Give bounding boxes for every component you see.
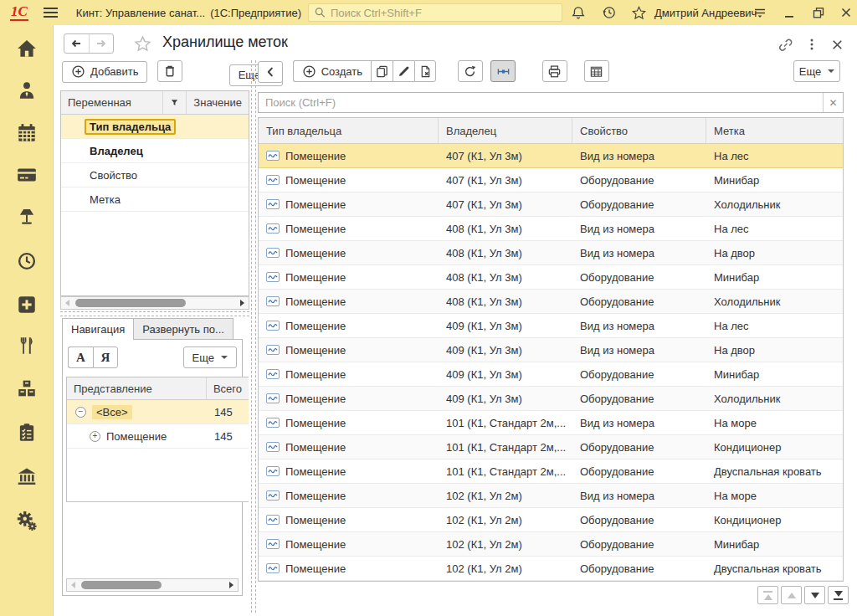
- table-row[interactable]: Помещение102 (К1, Ул 2м)Вид из номераНа …: [259, 484, 843, 508]
- cell-owner-type[interactable]: Помещение: [259, 338, 439, 362]
- notifications-button[interactable]: [566, 0, 591, 25]
- collapse-node-icon[interactable]: −: [75, 407, 86, 418]
- cell-owner[interactable]: 408 (К1, Ул 3м): [439, 265, 572, 289]
- sidebar-warehouse-button[interactable]: [15, 377, 38, 400]
- table-row[interactable]: Помещение101 (К1, Стандарт 2м,...Вид из …: [259, 411, 843, 435]
- table-row[interactable]: Помещение408 (К1, Ул 3м)Вид из номераНа …: [259, 241, 843, 265]
- sidebar-payments-button[interactable]: [15, 163, 38, 187]
- minimize-button[interactable]: [777, 0, 802, 25]
- records-more-button[interactable]: Еще: [793, 60, 840, 82]
- cell-owner[interactable]: 101 (К1, Стандарт 2м,...: [439, 459, 572, 483]
- filter-column-header[interactable]: [163, 91, 187, 114]
- close-form-button[interactable]: [827, 35, 847, 54]
- page-up-button[interactable]: [781, 586, 802, 604]
- cell-tag[interactable]: На лес: [706, 217, 843, 240]
- cell-owner[interactable]: 101 (К1, Стандарт 2м,...: [439, 435, 572, 459]
- table-row[interactable]: Помещение409 (К1, Ул 3м)Вид из номераНа …: [259, 338, 843, 362]
- cell-owner[interactable]: 407 (К1, Ул 3м): [439, 168, 572, 192]
- cell-owner[interactable]: 409 (К1, Ул 3м): [439, 314, 572, 337]
- table-row[interactable]: Помещение102 (К1, Ул 2м)ОборудованиеДвус…: [259, 557, 843, 581]
- cell-tag[interactable]: Минибар: [706, 362, 843, 386]
- sidebar-calendar-button[interactable]: [15, 121, 38, 145]
- cell-property[interactable]: Вид из номера: [572, 217, 706, 240]
- cell-owner[interactable]: 102 (К1, Ул 2м): [439, 557, 572, 580]
- cell-owner-type[interactable]: Помещение: [259, 459, 439, 483]
- table-row[interactable]: Помещение407 (К1, Ул 3м)Вид из номераНа …: [259, 144, 843, 168]
- navigation-tree-row[interactable]: +Помещение145: [67, 424, 249, 449]
- table-row[interactable]: Помещение409 (К1, Ул 3м)ОборудованиеМини…: [259, 362, 843, 387]
- cell-property[interactable]: Вид из номера: [572, 314, 706, 337]
- cell-owner-type[interactable]: Помещение: [259, 192, 439, 216]
- cell-property[interactable]: Вид из номера: [572, 338, 706, 362]
- sidebar-schedule-button[interactable]: [15, 249, 38, 273]
- create-button[interactable]: Создать: [293, 60, 371, 82]
- global-search-input[interactable]: [308, 3, 562, 22]
- cell-property[interactable]: Оборудование: [572, 192, 706, 216]
- cell-owner-type[interactable]: Помещение: [259, 265, 439, 289]
- navigation-more-button[interactable]: Еще: [183, 346, 237, 368]
- cell-owner-type[interactable]: Помещение: [259, 411, 439, 434]
- table-row[interactable]: Помещение102 (К1, Ул 2м)ОборудованиеМини…: [259, 532, 843, 557]
- go-last-button[interactable]: [828, 586, 849, 604]
- cell-owner-type[interactable]: Помещение: [259, 314, 439, 337]
- sidebar-add-services-button[interactable]: [15, 293, 38, 316]
- table-row[interactable]: Помещение101 (К1, Стандарт 2м,...Оборудо…: [259, 435, 843, 459]
- cell-owner-type[interactable]: Помещение: [259, 508, 439, 531]
- table-row[interactable]: Помещение408 (К1, Ул 3м)ОборудованиеМини…: [259, 265, 843, 290]
- clear-search-button[interactable]: ✕: [823, 93, 843, 112]
- column-header-value[interactable]: Значение: [187, 91, 249, 114]
- cell-owner-type[interactable]: Помещение: [259, 241, 439, 264]
- table-row[interactable]: Помещение408 (К1, Ул 3м)Вид из номераНа …: [259, 217, 843, 241]
- cell-property[interactable]: Оборудование: [572, 435, 706, 459]
- cell-property[interactable]: Оборудование: [572, 265, 706, 289]
- column-header-property[interactable]: Свойство: [572, 118, 706, 143]
- sidebar-catering-button[interactable]: [15, 334, 38, 357]
- sidebar-rooms-button[interactable]: [15, 205, 38, 228]
- copy-button[interactable]: [371, 60, 393, 82]
- cell-tag[interactable]: На море: [706, 411, 843, 434]
- sidebar-home-button[interactable]: [15, 37, 38, 60]
- back-button[interactable]: [64, 34, 90, 53]
- cell-owner-type[interactable]: Помещение: [259, 168, 439, 192]
- delete-record-button[interactable]: [414, 60, 436, 82]
- refresh-button[interactable]: [458, 60, 483, 82]
- cell-owner[interactable]: 101 (К1, Стандарт 2м,...: [439, 411, 572, 434]
- variable-row[interactable]: Свойство: [61, 163, 249, 187]
- column-header-owner[interactable]: Владелец: [439, 118, 572, 143]
- cell-owner-type[interactable]: Помещение: [259, 484, 439, 507]
- delete-variable-button[interactable]: [157, 60, 182, 82]
- cell-property[interactable]: Оборудование: [572, 387, 706, 410]
- cell-owner[interactable]: 102 (К1, Ул 2м): [439, 508, 572, 531]
- cell-owner[interactable]: 409 (К1, Ул 3м): [439, 338, 572, 362]
- cell-tag[interactable]: Кондиционер: [706, 435, 843, 459]
- add-button[interactable]: Добавить: [62, 61, 147, 83]
- sidebar-guests-button[interactable]: [15, 79, 38, 102]
- print-button[interactable]: [542, 60, 567, 82]
- cell-owner-type[interactable]: Помещение: [259, 532, 439, 556]
- cell-owner[interactable]: 408 (К1, Ул 3м): [439, 241, 572, 264]
- favorites-button[interactable]: [626, 0, 651, 25]
- cell-owner[interactable]: 102 (К1, Ул 2м): [439, 532, 572, 556]
- records-search-input[interactable]: [259, 93, 823, 112]
- vertical-splitter[interactable]: [251, 60, 256, 613]
- close-window-button[interactable]: [834, 0, 857, 25]
- table-row[interactable]: Помещение409 (К1, Ул 3м)Вид из номераНа …: [259, 314, 843, 338]
- cell-tag[interactable]: Двуспальная кровать: [706, 557, 843, 580]
- cell-property[interactable]: Вид из номера: [572, 411, 706, 434]
- cell-owner[interactable]: 409 (К1, Ул 3м): [439, 362, 572, 386]
- cell-property[interactable]: Вид из номера: [572, 144, 706, 167]
- cell-property[interactable]: Оборудование: [572, 362, 706, 386]
- cell-owner-type[interactable]: Помещение: [259, 362, 439, 386]
- table-row[interactable]: Помещение102 (К1, Ул 2м)ОборудованиеКонд…: [259, 508, 843, 532]
- table-row[interactable]: Помещение409 (К1, Ул 3м)ОборудованиеХоло…: [259, 387, 843, 411]
- sidebar-organization-button[interactable]: [15, 465, 38, 488]
- cell-owner-type[interactable]: Помещение: [259, 217, 439, 240]
- variable-row[interactable]: Метка: [61, 187, 249, 212]
- cell-tag[interactable]: Минибар: [706, 265, 843, 289]
- column-header-total[interactable]: Всего: [207, 377, 249, 399]
- cell-owner-type[interactable]: Помещение: [259, 290, 439, 313]
- cell-owner[interactable]: 408 (К1, Ул 3м): [439, 217, 572, 240]
- expand-node-icon[interactable]: +: [90, 431, 100, 442]
- cell-property[interactable]: Оборудование: [572, 557, 706, 580]
- page-down-button[interactable]: [804, 586, 825, 604]
